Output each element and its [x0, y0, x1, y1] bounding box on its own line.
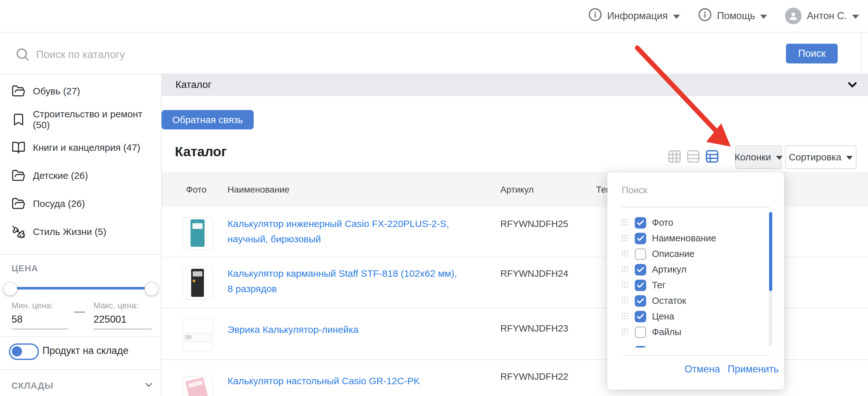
drag-handle-icon[interactable] [621, 312, 629, 321]
product-sku: RFYWNJDFH22 [500, 371, 568, 382]
sidebar-item-dishes[interactable]: Посуда (26) [0, 190, 160, 218]
checkbox-checked[interactable] [635, 295, 646, 307]
list-view-icon[interactable] [686, 149, 701, 165]
calculator-ruler-image [184, 333, 211, 342]
chevron-down-icon [846, 156, 853, 160]
product-link[interactable]: Калькулятор карманный Staff STF-818 (102… [227, 266, 457, 297]
product-photo[interactable] [183, 217, 213, 250]
drag-handle-icon[interactable] [621, 218, 629, 228]
chevron-down-icon [776, 156, 782, 160]
search-button[interactable]: Поиск [786, 44, 838, 63]
grid-view-icon[interactable] [667, 149, 682, 165]
column-toggle-row [621, 344, 646, 348]
sidebar-item-shoes[interactable]: Обувь (27) [0, 77, 160, 105]
chevron-down-icon [760, 15, 767, 19]
drag-handle-icon[interactable] [621, 265, 629, 274]
product-link[interactable]: Эврика Калькулятор-линейка [227, 322, 457, 337]
chevron-down-icon [852, 15, 859, 19]
price-slider-handle-min[interactable] [3, 282, 17, 296]
product-photo[interactable] [183, 376, 213, 396]
feedback-button[interactable]: Обратная связь [161, 110, 254, 129]
product-link[interactable]: Калькулятор настольный Casio GR-12C-PK [227, 373, 457, 389]
checkbox-checked[interactable] [635, 279, 646, 291]
drag-handle-icon[interactable] [621, 327, 629, 337]
drag-handle-icon[interactable] [621, 234, 629, 243]
max-price-input[interactable]: 225001 [93, 314, 126, 325]
sidebar-item-kids[interactable]: Детские (26) [0, 162, 160, 190]
columns-button[interactable]: Колонки [735, 145, 782, 169]
divider [0, 369, 160, 370]
panel-search-input[interactable]: Поиск [622, 185, 647, 195]
calculator-image [185, 377, 208, 396]
price-slider[interactable] [9, 287, 152, 290]
columns-settings-panel: Поиск Фото Наименование Описание [607, 172, 784, 390]
divider [11, 329, 68, 329]
search-icon [15, 47, 30, 63]
checkbox-unchecked[interactable] [635, 327, 646, 338]
sidebar-item-construction[interactable]: Строительство и ремонт (50) [0, 105, 160, 134]
checkbox-checked[interactable] [635, 311, 646, 322]
catalog-page: Информация Помощь Антон С. П [0, 0, 868, 396]
table-view-icon[interactable] [705, 149, 720, 165]
sort-button[interactable]: Сортировка [785, 145, 857, 169]
info-menu[interactable]: Информация [588, 8, 680, 24]
drag-handle-icon[interactable] [621, 280, 629, 290]
help-icon [698, 8, 712, 24]
column-header-photo: Фото [186, 185, 207, 195]
product-photo[interactable] [183, 267, 213, 300]
product-link[interactable]: Калькулятор инженерный Casio FX-220PLUS-… [227, 216, 457, 247]
page-title: Каталог [175, 144, 227, 159]
min-price-input[interactable]: 58 [11, 314, 22, 325]
price-section-title: ЦЕНА [11, 263, 38, 273]
product-photo[interactable] [183, 318, 213, 351]
divider [622, 207, 770, 207]
column-header-sku: Артикул [500, 185, 533, 195]
checkbox-checked[interactable] [635, 233, 646, 244]
help-menu-label: Помощь [717, 10, 755, 22]
folder-open-icon [11, 197, 26, 211]
column-toggle-row: Наименование [621, 231, 716, 246]
drag-handle-icon[interactable] [621, 249, 629, 259]
apply-button[interactable]: Применить [727, 363, 779, 375]
column-toggle-row: Фото [621, 215, 673, 231]
chevron-down-icon [673, 15, 680, 19]
checkbox-checked[interactable] [635, 217, 646, 229]
sidebar-item-label: Детские (26) [33, 170, 88, 181]
sidebar-item-label: Посуда (26) [33, 198, 85, 209]
dumbbell-icon [11, 225, 26, 239]
checkbox-checked[interactable] [635, 346, 646, 348]
column-option-label: Тег [652, 280, 666, 291]
column-option-label: Цена [652, 311, 674, 322]
in-stock-toggle-label: Продукт на складе [42, 345, 128, 357]
user-menu[interactable]: Антон С. [785, 8, 859, 24]
info-icon [588, 8, 602, 24]
column-toggle-row: Описание [621, 246, 694, 262]
sidebar-item-label: Книги и канцелярия (47) [33, 142, 141, 153]
column-toggle-row: Цена [621, 309, 674, 324]
in-stock-toggle[interactable] [9, 343, 39, 360]
divider [622, 355, 770, 356]
cancel-button[interactable]: Отмена [684, 363, 720, 375]
sidebar-item-lifestyle[interactable]: Стиль Жизни (5) [0, 218, 160, 246]
breadcrumb: Каталог [161, 74, 868, 96]
checkbox-checked[interactable] [635, 264, 646, 275]
divider [861, 33, 861, 74]
column-header-name: Наименование [227, 185, 289, 195]
product-sku: RFYWNJDFH23 [500, 323, 568, 334]
info-menu-label: Информация [607, 10, 668, 22]
column-toggle-row: Остаток [621, 293, 686, 309]
checkbox-unchecked[interactable] [635, 249, 646, 260]
price-slider-handle-max[interactable] [145, 282, 159, 296]
divider [93, 329, 152, 329]
search-input[interactable]: Поиск по каталогу [36, 48, 125, 61]
help-menu[interactable]: Помощь [698, 8, 768, 24]
chevron-down-icon[interactable] [143, 379, 154, 392]
drag-handle-icon[interactable] [621, 296, 629, 306]
avatar [785, 8, 802, 24]
sidebar-item-books[interactable]: Книги и канцелярия (47) [0, 134, 160, 162]
column-toggle-row: Артикул [621, 262, 686, 277]
breadcrumb-collapse-chevron-icon[interactable] [846, 78, 859, 93]
folder-open-icon [11, 169, 26, 183]
panel-scrollbar-thumb[interactable] [769, 212, 772, 291]
calculator-image [191, 269, 204, 297]
